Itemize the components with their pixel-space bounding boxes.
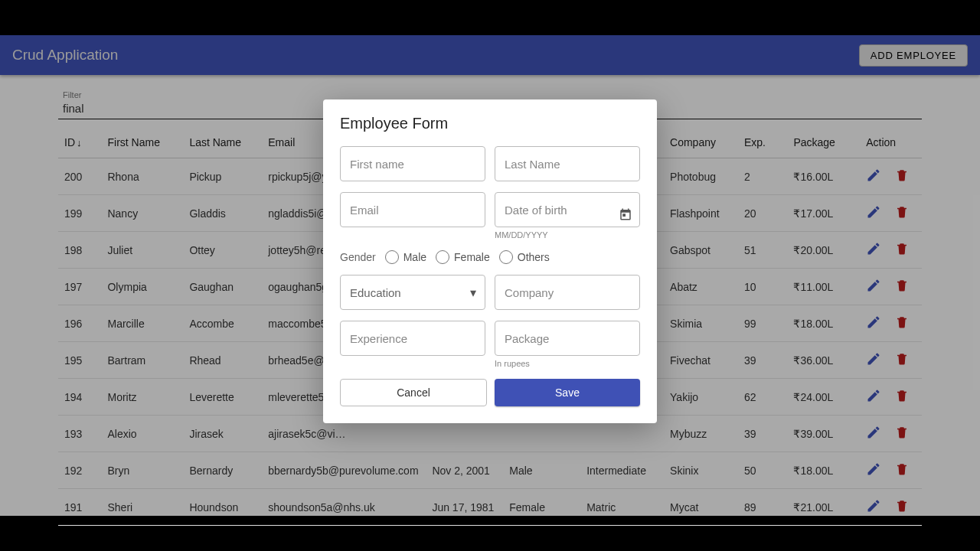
- package-hint: In rupees: [495, 359, 640, 368]
- email-input[interactable]: [340, 192, 485, 227]
- package-input[interactable]: [495, 321, 640, 356]
- company-input[interactable]: [495, 275, 640, 310]
- education-select[interactable]: Education: [340, 275, 485, 310]
- first-name-input[interactable]: [340, 146, 485, 181]
- gender-option-male[interactable]: Male: [385, 250, 426, 264]
- gender-radio-group: Gender Male Female Others: [340, 250, 640, 264]
- last-name-input[interactable]: [495, 146, 640, 181]
- dialog-title: Employee Form: [340, 115, 640, 132]
- save-button[interactable]: Save: [495, 379, 640, 406]
- dob-input[interactable]: [495, 192, 640, 227]
- cancel-button[interactable]: Cancel: [340, 379, 487, 406]
- gender-option-others[interactable]: Others: [499, 250, 550, 264]
- modal-overlay[interactable]: Employee Form MM/DD/YYYY: [0, 35, 980, 516]
- employee-form-dialog: Employee Form MM/DD/YYYY: [323, 99, 657, 423]
- gender-label: Gender: [340, 251, 376, 263]
- dob-hint: MM/DD/YYYY: [495, 230, 640, 240]
- gender-option-female[interactable]: Female: [436, 250, 490, 264]
- experience-input[interactable]: [340, 321, 485, 356]
